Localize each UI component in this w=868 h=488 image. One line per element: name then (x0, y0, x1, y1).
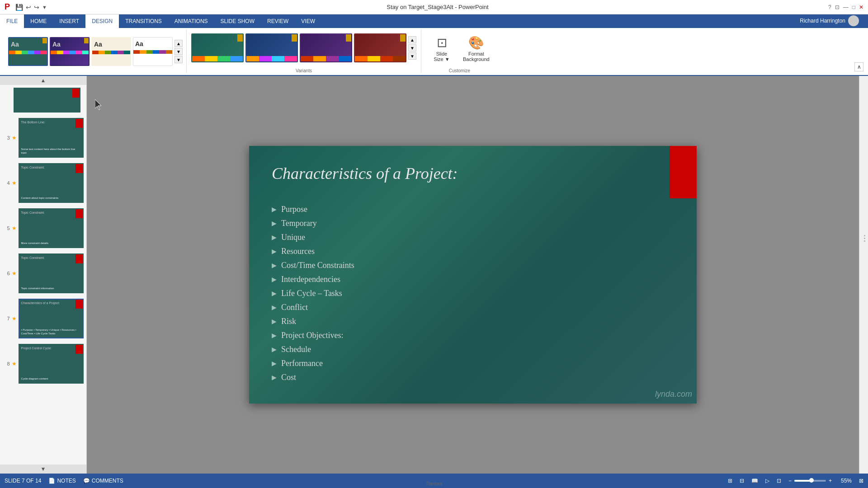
slide-red-corner-4 (75, 164, 83, 173)
tab-slideshow[interactable]: SLIDE SHOW (214, 14, 261, 28)
variant-4[interactable] (354, 33, 406, 62)
comments-button[interactable]: 💬 COMMENTS (83, 478, 123, 484)
slide-item-2[interactable] (2, 87, 85, 113)
variant-more[interactable]: ▼ (408, 52, 416, 60)
slide-star-3: ★ (12, 135, 17, 141)
variant-3[interactable] (300, 33, 352, 62)
theme-more[interactable]: ▼ (175, 56, 183, 63)
main-slide[interactable]: Characteristics of a Project: ▶ Purpose … (249, 146, 697, 404)
bullet-purpose: ▶ Purpose (272, 205, 354, 214)
close-button[interactable]: ✕ (859, 4, 863, 10)
normal-view-icon: ⊞ (728, 478, 732, 484)
bullet-text-3: Unique (281, 233, 305, 242)
tab-animations[interactable]: ANIMATIONS (168, 14, 214, 28)
redo-button[interactable]: ↪ (34, 4, 39, 11)
quick-access-toolbar: P 💾 ↩ ↪ ▼ (5, 2, 47, 12)
normal-view-button[interactable]: ⊞ (728, 478, 732, 484)
bullet-arrow-5: ▶ (272, 262, 277, 269)
slide-thumb-8[interactable]: Project Control Cycle: Cycle diagram con… (19, 344, 84, 384)
zoom-slider[interactable]: − + (788, 478, 834, 484)
save-button[interactable]: 💾 (15, 4, 23, 11)
slide-thumb-6[interactable]: Topic Constraint: Topic constraint infor… (19, 253, 84, 293)
theme-4[interactable]: Aa (133, 37, 173, 66)
undo-button[interactable]: ↩ (26, 4, 31, 11)
slide-size-label: SlideSize ▼ (434, 51, 449, 62)
reading-view-icon: 📖 (751, 478, 758, 484)
canvas-area[interactable]: Characteristics of a Project: ▶ Purpose … (87, 76, 859, 474)
slide-red-corner-6 (75, 254, 83, 263)
bullet-arrow-4: ▶ (272, 248, 277, 255)
variant-1[interactable] (191, 33, 244, 62)
bullet-text-7: Life Cycle – Tasks (281, 289, 342, 298)
theme-1[interactable]: Aa (8, 37, 48, 66)
slideshow-button[interactable]: ▷ (765, 478, 769, 484)
tab-transitions[interactable]: TRANSITIONS (119, 14, 168, 28)
tab-review[interactable]: REVIEW (261, 14, 295, 28)
help-button[interactable]: ? (828, 4, 831, 10)
window-controls: ? ⊡ — □ ✕ (828, 4, 863, 10)
slide-panel-scroll-down[interactable]: ▼ (0, 465, 86, 474)
restore-button[interactable]: ⊡ (835, 4, 840, 10)
slide-panel-scroll-up[interactable]: ▲ (0, 76, 86, 85)
bullet-arrow-2: ▶ (272, 220, 277, 227)
maximize-button[interactable]: □ (852, 4, 855, 10)
themes-label: Themes (426, 479, 442, 486)
slide-6-title: Topic Constraint: (19, 256, 83, 259)
ribbon-collapse-button[interactable]: ∧ (854, 62, 863, 71)
slide-item-8[interactable]: 8 ★ Project Control Cycle: Cycle diagram… (2, 343, 85, 385)
slide-item-7[interactable]: 7 ★ Characteristics of a Project: • Purp… (2, 298, 85, 339)
slide-star-7: ★ (12, 315, 17, 322)
fit-page-button[interactable]: ⊡ (777, 478, 781, 484)
slide-item-4[interactable]: 4 ★ Topic Constraint: Content about topi… (2, 162, 85, 204)
zoom-thumb[interactable] (809, 478, 814, 483)
slide-5-title: Topic Constraint: (19, 211, 83, 214)
bullet-resources: ▶ Resources (272, 247, 354, 256)
tab-view[interactable]: VIEW (295, 14, 321, 28)
bullet-unique: ▶ Unique (272, 233, 354, 242)
minimize-button[interactable]: — (843, 4, 849, 10)
slide-7-title: Characteristics of a Project: (19, 301, 83, 305)
theme-scroll-down[interactable]: ▼ (175, 48, 183, 55)
variant-scroll-down[interactable]: ▼ (408, 44, 416, 52)
slide-size-button[interactable]: ⊡ SlideSize ▼ (426, 33, 458, 64)
slide-thumb-7[interactable]: Characteristics of a Project: • Purpose … (19, 299, 84, 338)
slide-thumb-2[interactable] (14, 88, 80, 113)
slide-thumb-3[interactable]: The Bottom Line: Some text content here … (19, 118, 84, 158)
variant-scroll-up[interactable]: ▲ (408, 36, 416, 43)
slide-number-4: 4 (3, 180, 10, 186)
bullet-text-4: Resources (281, 247, 315, 256)
slide-item-5[interactable]: 5 ★ Topic Constraint: More constraint de… (2, 207, 85, 249)
bullet-text-1: Purpose (281, 205, 307, 214)
tab-design[interactable]: DESIGN (85, 14, 119, 28)
format-background-button[interactable]: 🎨 FormatBackground (459, 33, 493, 64)
zoom-track[interactable] (794, 480, 826, 482)
theme-scroll-up[interactable]: ▲ (175, 40, 183, 47)
tab-home[interactable]: HOME (24, 14, 53, 28)
reading-view-button[interactable]: 📖 (751, 478, 758, 484)
theme-2[interactable]: Aa (50, 37, 90, 66)
tab-file[interactable]: FILE (0, 14, 24, 28)
notes-button[interactable]: 📄 NOTES (48, 478, 75, 484)
slide-item-3[interactable]: 3 ★ The Bottom Line: Some text content h… (2, 117, 85, 159)
zoom-out-icon[interactable]: − (788, 478, 792, 484)
slide-info-text: SLIDE 7 OF 14 (5, 478, 41, 484)
bullet-arrow-11: ▶ (272, 346, 277, 353)
ribbon: Aa Aa (0, 28, 868, 76)
slide-item-6[interactable]: 6 ★ Topic Constraint: Topic constraint i… (2, 253, 85, 294)
slide-thumb-5[interactable]: Topic Constraint: More constraint detail… (19, 208, 84, 248)
slide-sorter-button[interactable]: ⊟ (740, 478, 744, 484)
slide-title: Characteristics of a Project: (272, 164, 458, 183)
customize-quick-access[interactable]: ▼ (42, 5, 47, 10)
slide-size-icon: ⊡ (437, 35, 447, 50)
bullet-cost: ▶ Cost (272, 373, 354, 382)
variant-2[interactable] (245, 33, 298, 62)
tab-insert[interactable]: INSERT (53, 14, 85, 28)
slideshow-icon: ▷ (765, 478, 769, 484)
zoom-in-icon[interactable]: + (829, 478, 832, 484)
slide-thumb-4[interactable]: Topic Constraint: Content about topic co… (19, 163, 84, 203)
fit-zoom-button[interactable]: ⊠ (859, 478, 863, 484)
variants-label: Variants (296, 66, 312, 73)
bullet-text-9: Risk (281, 317, 296, 326)
theme-3[interactable]: Aa (91, 37, 131, 66)
slide-5-text: More constraint details (21, 242, 81, 245)
